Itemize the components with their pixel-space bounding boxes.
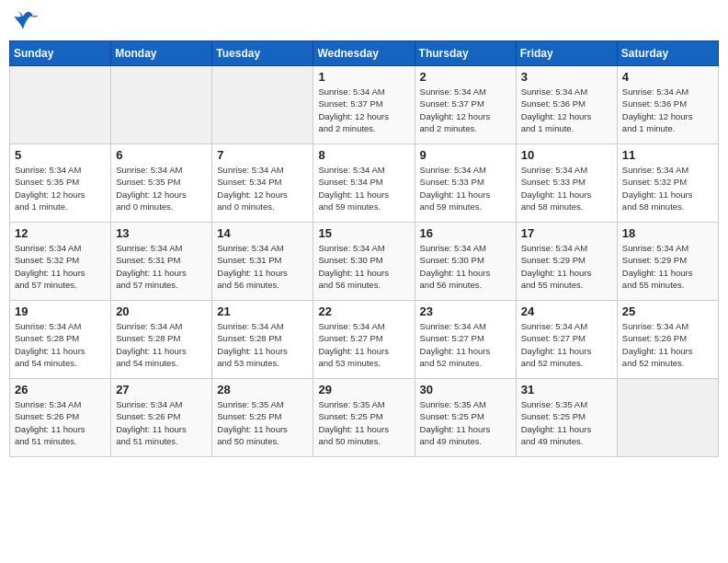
calendar-week-row: 5Sunrise: 5:34 AM Sunset: 5:35 PM Daylig… xyxy=(10,144,719,223)
calendar-day-cell: 1Sunrise: 5:34 AM Sunset: 5:37 PM Daylig… xyxy=(313,66,415,144)
day-info: Sunrise: 5:34 AM Sunset: 5:29 PM Dayligh… xyxy=(622,242,713,291)
calendar-day-cell: 19Sunrise: 5:34 AM Sunset: 5:28 PM Dayli… xyxy=(10,301,111,379)
day-info: Sunrise: 5:34 AM Sunset: 5:30 PM Dayligh… xyxy=(420,242,511,291)
calendar-body: 1Sunrise: 5:34 AM Sunset: 5:37 PM Daylig… xyxy=(10,66,719,457)
logo-bird-icon xyxy=(13,9,39,35)
calendar-day-cell: 2Sunrise: 5:34 AM Sunset: 5:37 PM Daylig… xyxy=(415,66,516,144)
day-info: Sunrise: 5:35 AM Sunset: 5:25 PM Dayligh… xyxy=(217,398,308,447)
day-info: Sunrise: 5:34 AM Sunset: 5:30 PM Dayligh… xyxy=(318,242,409,291)
day-info: Sunrise: 5:34 AM Sunset: 5:37 PM Dayligh… xyxy=(420,86,511,134)
day-number: 10 xyxy=(521,148,612,162)
calendar-day-cell: 9Sunrise: 5:34 AM Sunset: 5:33 PM Daylig… xyxy=(415,144,516,223)
calendar-day-cell: 25Sunrise: 5:34 AM Sunset: 5:26 PM Dayli… xyxy=(617,301,718,379)
logo xyxy=(13,9,42,35)
day-number: 30 xyxy=(420,383,511,396)
day-info: Sunrise: 5:34 AM Sunset: 5:32 PM Dayligh… xyxy=(622,164,713,213)
day-info: Sunrise: 5:34 AM Sunset: 5:35 PM Dayligh… xyxy=(116,164,207,213)
day-info: Sunrise: 5:34 AM Sunset: 5:31 PM Dayligh… xyxy=(116,242,207,291)
calendar-day-cell: 24Sunrise: 5:34 AM Sunset: 5:27 PM Dayli… xyxy=(516,301,617,379)
day-number: 18 xyxy=(622,226,713,240)
calendar-day-cell: 31Sunrise: 5:35 AM Sunset: 5:25 PM Dayli… xyxy=(516,379,617,457)
day-number: 28 xyxy=(217,383,308,396)
day-info: Sunrise: 5:34 AM Sunset: 5:28 PM Dayligh… xyxy=(217,320,308,369)
day-number: 20 xyxy=(116,304,207,318)
weekday-header-cell: Sunday xyxy=(10,41,111,66)
calendar-day-cell: 21Sunrise: 5:34 AM Sunset: 5:28 PM Dayli… xyxy=(212,301,313,379)
calendar-day-cell: 14Sunrise: 5:34 AM Sunset: 5:31 PM Dayli… xyxy=(212,223,313,301)
calendar-day-cell: 28Sunrise: 5:35 AM Sunset: 5:25 PM Dayli… xyxy=(212,379,313,457)
weekday-header-cell: Friday xyxy=(516,41,617,66)
day-info: Sunrise: 5:34 AM Sunset: 5:27 PM Dayligh… xyxy=(521,320,612,369)
calendar-day-cell: 16Sunrise: 5:34 AM Sunset: 5:30 PM Dayli… xyxy=(415,223,516,301)
day-number: 15 xyxy=(318,226,409,240)
day-info: Sunrise: 5:34 AM Sunset: 5:33 PM Dayligh… xyxy=(521,164,612,213)
calendar-day-cell: 12Sunrise: 5:34 AM Sunset: 5:32 PM Dayli… xyxy=(10,223,111,301)
calendar-week-row: 1Sunrise: 5:34 AM Sunset: 5:37 PM Daylig… xyxy=(10,66,719,144)
day-number: 5 xyxy=(15,148,106,162)
weekday-header-cell: Thursday xyxy=(415,41,516,66)
day-number: 27 xyxy=(116,383,207,396)
day-info: Sunrise: 5:35 AM Sunset: 5:25 PM Dayligh… xyxy=(318,398,409,447)
calendar-day-cell: 27Sunrise: 5:34 AM Sunset: 5:26 PM Dayli… xyxy=(111,379,212,457)
day-number: 22 xyxy=(318,304,409,318)
day-info: Sunrise: 5:34 AM Sunset: 5:36 PM Dayligh… xyxy=(521,86,612,134)
day-number: 2 xyxy=(420,70,511,84)
day-number: 24 xyxy=(521,304,612,318)
calendar-table: SundayMondayTuesdayWednesdayThursdayFrid… xyxy=(9,40,719,457)
day-info: Sunrise: 5:35 AM Sunset: 5:25 PM Dayligh… xyxy=(521,398,612,447)
day-number: 14 xyxy=(217,226,308,240)
day-number: 16 xyxy=(420,226,511,240)
weekday-header-cell: Wednesday xyxy=(313,41,415,66)
day-number: 9 xyxy=(420,148,511,162)
calendar-day-cell xyxy=(212,66,313,144)
day-number: 25 xyxy=(622,304,713,318)
day-number: 31 xyxy=(521,383,612,396)
day-info: Sunrise: 5:34 AM Sunset: 5:28 PM Dayligh… xyxy=(116,320,207,369)
day-number: 11 xyxy=(622,148,713,162)
calendar-day-cell: 17Sunrise: 5:34 AM Sunset: 5:29 PM Dayli… xyxy=(516,223,617,301)
day-info: Sunrise: 5:34 AM Sunset: 5:34 PM Dayligh… xyxy=(217,164,308,213)
calendar-day-cell: 3Sunrise: 5:34 AM Sunset: 5:36 PM Daylig… xyxy=(516,66,617,144)
calendar-day-cell: 18Sunrise: 5:34 AM Sunset: 5:29 PM Dayli… xyxy=(617,223,718,301)
day-number: 19 xyxy=(15,304,106,318)
day-info: Sunrise: 5:34 AM Sunset: 5:37 PM Dayligh… xyxy=(318,86,409,134)
day-number: 6 xyxy=(116,148,207,162)
calendar-week-row: 26Sunrise: 5:34 AM Sunset: 5:26 PM Dayli… xyxy=(10,379,719,457)
day-info: Sunrise: 5:34 AM Sunset: 5:33 PM Dayligh… xyxy=(420,164,511,213)
day-number: 26 xyxy=(15,383,106,396)
day-info: Sunrise: 5:34 AM Sunset: 5:28 PM Dayligh… xyxy=(15,320,106,369)
weekday-header-cell: Saturday xyxy=(617,41,718,66)
calendar-day-cell: 20Sunrise: 5:34 AM Sunset: 5:28 PM Dayli… xyxy=(111,301,212,379)
day-number: 13 xyxy=(116,226,207,240)
page-header xyxy=(9,9,719,35)
day-info: Sunrise: 5:34 AM Sunset: 5:26 PM Dayligh… xyxy=(116,398,207,447)
day-number: 23 xyxy=(420,304,511,318)
calendar-day-cell xyxy=(617,379,718,457)
day-number: 21 xyxy=(217,304,308,318)
calendar-day-cell: 6Sunrise: 5:34 AM Sunset: 5:35 PM Daylig… xyxy=(111,144,212,223)
calendar-day-cell xyxy=(111,66,212,144)
calendar-day-cell: 5Sunrise: 5:34 AM Sunset: 5:35 PM Daylig… xyxy=(10,144,111,223)
calendar-day-cell: 23Sunrise: 5:34 AM Sunset: 5:27 PM Dayli… xyxy=(415,301,516,379)
day-info: Sunrise: 5:35 AM Sunset: 5:25 PM Dayligh… xyxy=(420,398,511,447)
day-info: Sunrise: 5:34 AM Sunset: 5:27 PM Dayligh… xyxy=(420,320,511,369)
day-info: Sunrise: 5:34 AM Sunset: 5:26 PM Dayligh… xyxy=(15,398,106,447)
calendar-day-cell: 30Sunrise: 5:35 AM Sunset: 5:25 PM Dayli… xyxy=(415,379,516,457)
day-number: 7 xyxy=(217,148,308,162)
calendar-header: SundayMondayTuesdayWednesdayThursdayFrid… xyxy=(10,41,719,66)
calendar-day-cell: 29Sunrise: 5:35 AM Sunset: 5:25 PM Dayli… xyxy=(313,379,415,457)
calendar-day-cell: 11Sunrise: 5:34 AM Sunset: 5:32 PM Dayli… xyxy=(617,144,718,223)
calendar-day-cell: 13Sunrise: 5:34 AM Sunset: 5:31 PM Dayli… xyxy=(111,223,212,301)
day-number: 4 xyxy=(622,70,713,84)
calendar-day-cell: 4Sunrise: 5:34 AM Sunset: 5:36 PM Daylig… xyxy=(617,66,718,144)
weekday-header-row: SundayMondayTuesdayWednesdayThursdayFrid… xyxy=(10,41,719,66)
calendar-day-cell: 10Sunrise: 5:34 AM Sunset: 5:33 PM Dayli… xyxy=(516,144,617,223)
day-info: Sunrise: 5:34 AM Sunset: 5:32 PM Dayligh… xyxy=(15,242,106,291)
day-info: Sunrise: 5:34 AM Sunset: 5:34 PM Dayligh… xyxy=(318,164,409,213)
calendar-week-row: 12Sunrise: 5:34 AM Sunset: 5:32 PM Dayli… xyxy=(10,223,719,301)
day-number: 17 xyxy=(521,226,612,240)
day-number: 3 xyxy=(521,70,612,84)
calendar-day-cell: 22Sunrise: 5:34 AM Sunset: 5:27 PM Dayli… xyxy=(313,301,415,379)
day-number: 29 xyxy=(318,383,409,396)
day-number: 1 xyxy=(318,70,409,84)
